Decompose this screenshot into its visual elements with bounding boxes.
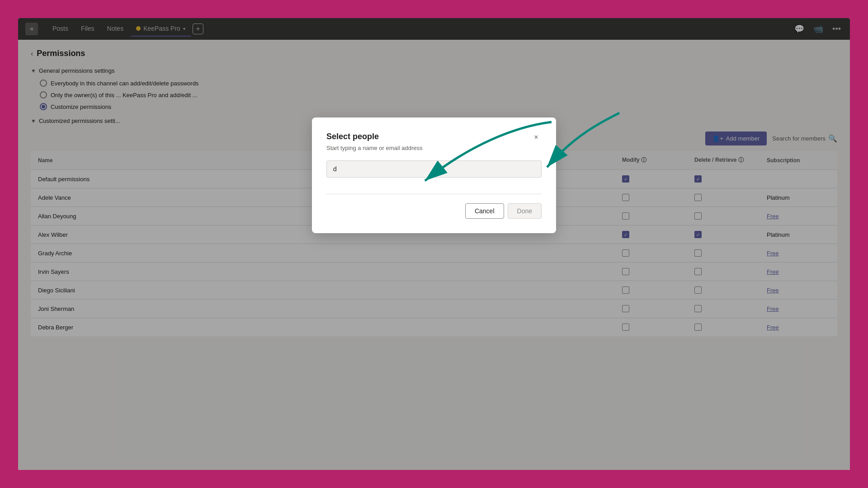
modal-subtitle: Start typing a name or email address xyxy=(326,145,542,151)
modal-backdrop xyxy=(18,18,850,470)
done-button[interactable]: Done xyxy=(508,203,542,219)
app-container: ■ Posts Files Notes KeePass Pro ▾ + 💬 📹 … xyxy=(18,18,850,470)
people-search-input[interactable] xyxy=(326,160,542,178)
cancel-button[interactable]: Cancel xyxy=(465,203,504,219)
modal-divider xyxy=(326,194,542,194)
modal-header: Select people × xyxy=(326,132,542,143)
modal-footer: Cancel Done xyxy=(326,203,542,219)
modal-close-button[interactable]: × xyxy=(531,132,542,143)
modal-title: Select people xyxy=(326,132,379,141)
select-people-modal: Select people × Start typing a name or e… xyxy=(312,117,556,233)
